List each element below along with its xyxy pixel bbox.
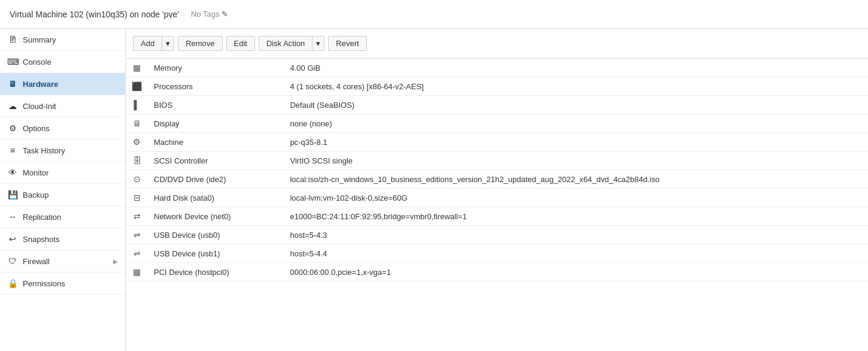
table-row[interactable]: ⊟Hard Disk (sata0)local-lvm:vm-102-disk-… bbox=[126, 189, 868, 207]
table-row[interactable]: ⇌USB Device (usb0)host=5-4.3 bbox=[126, 226, 868, 244]
row-name-8: Network Device (net0) bbox=[148, 207, 284, 226]
sidebar-item-label-snapshots: Snapshots bbox=[23, 235, 59, 244]
sidebar-item-summary[interactable]: 🖹Summary bbox=[0, 29, 125, 51]
tags-label: No Tags bbox=[191, 10, 219, 19]
sidebar-item-replication[interactable]: ↔Replication bbox=[0, 206, 125, 228]
row-icon-10: ⇌ bbox=[126, 244, 148, 263]
row-name-3: Display bbox=[148, 114, 284, 133]
table-row[interactable]: ⚙Machinepc-q35-8.1 bbox=[126, 133, 868, 152]
sidebar-item-console[interactable]: ⌨Console bbox=[0, 51, 125, 73]
snapshots-icon: ↩ bbox=[7, 234, 18, 244]
row-icon-1: ⬛ bbox=[126, 77, 148, 96]
row-name-0: Memory bbox=[148, 59, 284, 77]
row-icon-2: ▌ bbox=[126, 96, 148, 114]
toolbar: Add ▾ Remove Edit Disk Action ▾ Revert bbox=[126, 29, 868, 59]
row-value-0: 4.00 GiB bbox=[284, 59, 868, 77]
summary-icon: 🖹 bbox=[7, 35, 18, 44]
add-button-group[interactable]: Add ▾ bbox=[133, 36, 174, 51]
sidebar-item-label-backup: Backup bbox=[23, 190, 48, 199]
main-layout: 🖹Summary⌨Console🖥Hardware☁Cloud-Init⚙Opt… bbox=[0, 29, 868, 351]
options-icon: ⚙ bbox=[7, 123, 18, 133]
edit-button[interactable]: Edit bbox=[226, 36, 255, 51]
disk-action-button[interactable]: Disk Action bbox=[259, 37, 312, 50]
row-name-6: CD/DVD Drive (ide2) bbox=[148, 170, 284, 189]
row-value-11: 0000:06:00.0,pcie=1,x-vga=1 bbox=[284, 263, 868, 282]
add-dropdown-button[interactable]: ▾ bbox=[162, 37, 174, 50]
sidebar: 🖹Summary⌨Console🖥Hardware☁Cloud-Init⚙Opt… bbox=[0, 29, 126, 351]
sidebar-item-firewall[interactable]: 🛡Firewall▶ bbox=[0, 250, 125, 273]
row-icon-11: ▦ bbox=[126, 263, 148, 282]
row-name-11: PCI Device (hostpci0) bbox=[148, 263, 284, 282]
table-row[interactable]: ⇄Network Device (net0)e1000=BC:24:11:0F:… bbox=[126, 207, 868, 226]
row-icon-3: 🖥 bbox=[126, 114, 148, 133]
row-value-9: host=5-4.3 bbox=[284, 226, 868, 244]
remove-button[interactable]: Remove bbox=[178, 36, 222, 51]
hardware-icon: 🖥 bbox=[7, 79, 18, 89]
title-text: Virtual Machine 102 (win10q35) on node '… bbox=[10, 10, 179, 19]
row-icon-9: ⇌ bbox=[126, 226, 148, 244]
sidebar-item-hardware[interactable]: 🖥Hardware bbox=[0, 73, 125, 95]
table-row[interactable]: ⊙CD/DVD Drive (ide2)local:iso/zh-cn_wind… bbox=[126, 170, 868, 189]
row-value-6: local:iso/zh-cn_windows_10_business_edit… bbox=[284, 170, 868, 189]
row-icon-7: ⊟ bbox=[126, 189, 148, 207]
sidebar-item-label-permissions: Permissions bbox=[23, 279, 65, 288]
sidebar-item-label-task-history: Task History bbox=[23, 146, 65, 155]
backup-icon: 💾 bbox=[7, 190, 18, 199]
content-area: Add ▾ Remove Edit Disk Action ▾ Revert ▦… bbox=[126, 29, 868, 351]
table-row[interactable]: ⇌USB Device (usb1)host=5-4.4 bbox=[126, 244, 868, 263]
sidebar-item-label-firewall: Firewall bbox=[23, 257, 50, 266]
sidebar-item-label-hardware: Hardware bbox=[23, 80, 58, 89]
sidebar-item-arrow-firewall: ▶ bbox=[113, 258, 118, 265]
row-value-2: Default (SeaBIOS) bbox=[284, 96, 868, 114]
table-row[interactable]: ▦PCI Device (hostpci0)0000:06:00.0,pcie=… bbox=[126, 263, 868, 282]
row-value-4: pc-q35-8.1 bbox=[284, 133, 868, 152]
table-row[interactable]: ⬛Processors4 (1 sockets, 4 cores) [x86-6… bbox=[126, 77, 868, 96]
row-value-10: host=5-4.4 bbox=[284, 244, 868, 263]
sidebar-item-cloud-init[interactable]: ☁Cloud-Init bbox=[0, 95, 125, 117]
hardware-table: ▦Memory4.00 GiB⬛Processors4 (1 sockets, … bbox=[126, 59, 868, 282]
add-button[interactable]: Add bbox=[133, 37, 162, 50]
row-name-9: USB Device (usb0) bbox=[148, 226, 284, 244]
console-icon: ⌨ bbox=[7, 57, 18, 66]
edit-tags-icon[interactable]: ✎ bbox=[221, 10, 228, 19]
table-row[interactable]: 🖥Displaynone (none) bbox=[126, 114, 868, 133]
replication-icon: ↔ bbox=[7, 212, 18, 222]
row-icon-8: ⇄ bbox=[126, 207, 148, 226]
row-name-7: Hard Disk (sata0) bbox=[148, 189, 284, 207]
sidebar-item-label-summary: Summary bbox=[23, 35, 56, 44]
sidebar-item-label-monitor: Monitor bbox=[23, 168, 48, 177]
task-history-icon: ≡ bbox=[7, 146, 18, 155]
table-row[interactable]: 🗄SCSI ControllerVirtIO SCSI single bbox=[126, 152, 868, 170]
revert-button[interactable]: Revert bbox=[328, 36, 366, 51]
row-icon-4: ⚙ bbox=[126, 133, 148, 152]
table-row[interactable]: ▦Memory4.00 GiB bbox=[126, 59, 868, 77]
sidebar-item-label-cloud-init: Cloud-Init bbox=[23, 102, 56, 111]
row-name-2: BIOS bbox=[148, 96, 284, 114]
monitor-icon: 👁 bbox=[7, 168, 18, 177]
table-container: ▦Memory4.00 GiB⬛Processors4 (1 sockets, … bbox=[126, 59, 868, 351]
row-value-3: none (none) bbox=[284, 114, 868, 133]
row-value-1: 4 (1 sockets, 4 cores) [x86-64-v2-AES] bbox=[284, 77, 868, 96]
sidebar-item-label-options: Options bbox=[23, 124, 50, 133]
table-row[interactable]: ▌BIOSDefault (SeaBIOS) bbox=[126, 96, 868, 114]
row-name-10: USB Device (usb1) bbox=[148, 244, 284, 263]
row-name-4: Machine bbox=[148, 133, 284, 152]
row-value-5: VirtIO SCSI single bbox=[284, 152, 868, 170]
permissions-icon: 🔒 bbox=[7, 279, 18, 288]
row-name-1: Processors bbox=[148, 77, 284, 96]
tags-area: No Tags ✎ bbox=[191, 10, 228, 19]
title-bar: Virtual Machine 102 (win10q35) on node '… bbox=[0, 0, 868, 29]
sidebar-item-backup[interactable]: 💾Backup bbox=[0, 184, 125, 206]
disk-action-button-group[interactable]: Disk Action ▾ bbox=[259, 36, 324, 51]
disk-action-dropdown-button[interactable]: ▾ bbox=[312, 37, 324, 50]
sidebar-item-permissions[interactable]: 🔒Permissions bbox=[0, 273, 125, 295]
sidebar-item-monitor[interactable]: 👁Monitor bbox=[0, 162, 125, 184]
row-name-5: SCSI Controller bbox=[148, 152, 284, 170]
row-icon-5: 🗄 bbox=[126, 152, 148, 170]
row-value-8: e1000=BC:24:11:0F:92:95,bridge=vmbr0,fir… bbox=[284, 207, 868, 226]
sidebar-item-task-history[interactable]: ≡Task History bbox=[0, 140, 125, 162]
row-icon-0: ▦ bbox=[126, 59, 148, 77]
row-icon-6: ⊙ bbox=[126, 170, 148, 189]
sidebar-item-snapshots[interactable]: ↩Snapshots bbox=[0, 228, 125, 250]
sidebar-item-options[interactable]: ⚙Options bbox=[0, 117, 125, 140]
